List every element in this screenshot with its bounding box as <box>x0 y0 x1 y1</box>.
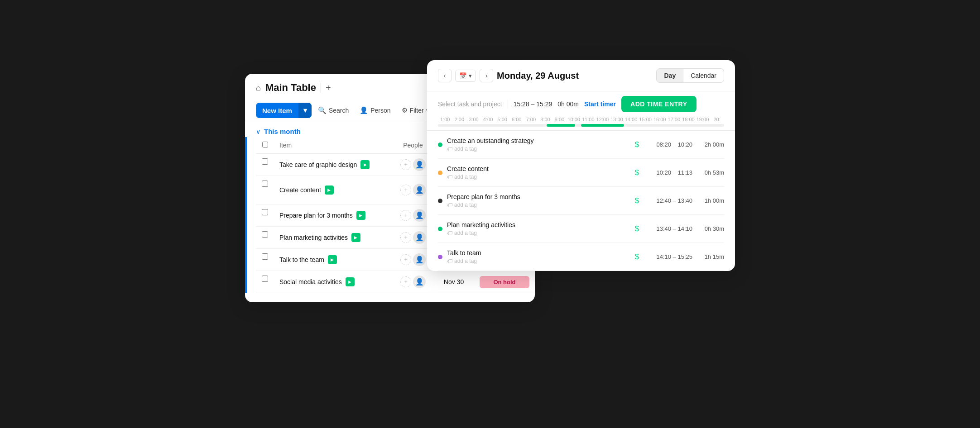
hour-label-12: 13:00 <box>610 117 624 122</box>
person-avatar-2: 👤 <box>413 209 426 222</box>
add-person-button-3[interactable]: + <box>400 232 411 243</box>
hour-label-0: 1:00 <box>438 117 452 122</box>
person-avatar-0: 👤 <box>413 158 426 171</box>
item-cell-1: Create content ▶ <box>274 176 393 204</box>
hour-label-16: 17:00 <box>667 117 682 122</box>
entry-dollar-3: $ <box>635 225 639 233</box>
prev-day-button[interactable]: ‹ <box>438 69 452 82</box>
start-timer-button[interactable]: Start timer <box>584 100 616 108</box>
next-day-button[interactable]: › <box>480 69 493 82</box>
tag-icon-4: 🏷 <box>447 258 452 264</box>
tag-icon-2: 🏷 <box>447 202 452 208</box>
hour-label-3: 4:00 <box>481 117 495 122</box>
current-duration: 0h 00m <box>557 100 579 108</box>
row-checkbox-4[interactable] <box>262 253 268 260</box>
tag-icon-3: 🏷 <box>447 230 452 236</box>
tag-label-4: add a tag <box>454 258 477 264</box>
date-title: Monday, 29 August <box>497 71 579 81</box>
entry-tag-1[interactable]: 🏷 add a tag <box>447 174 630 180</box>
add-person-button-4[interactable]: + <box>400 254 411 265</box>
new-item-dropdown-arrow[interactable]: ▾ <box>298 103 312 118</box>
search-button[interactable]: 🔍 Search <box>313 103 353 118</box>
calendar-chevron-icon: ▾ <box>469 72 472 79</box>
view-day-button[interactable]: Day <box>656 68 683 83</box>
new-item-label: New Item <box>256 103 298 118</box>
hour-label-8: 9:00 <box>552 117 567 122</box>
entry-dollar-0: $ <box>635 141 639 149</box>
item-cell-5: Social media activities ▶ <box>274 271 393 293</box>
entry-dot-3 <box>438 227 442 231</box>
add-time-entry-button[interactable]: ADD TIME ENTRY <box>621 96 696 112</box>
play-icon-2[interactable]: ▶ <box>356 211 365 220</box>
date-cell-5: Nov 30 <box>433 271 474 293</box>
tag-icon-1: 🏷 <box>447 174 452 180</box>
play-icon-3[interactable]: ▶ <box>351 233 360 242</box>
person-button[interactable]: 👤 Person <box>355 103 395 118</box>
item-name-0: Take care of graphic design <box>279 161 357 168</box>
add-person-button-1[interactable]: + <box>400 185 411 195</box>
hour-label-11: 12:00 <box>596 117 610 122</box>
search-icon: 🔍 <box>318 106 327 114</box>
select-all-checkbox[interactable] <box>262 142 268 147</box>
filter-label: Filter <box>410 107 424 114</box>
play-icon-4[interactable]: ▶ <box>328 255 337 264</box>
row-checkbox-cell[interactable] <box>256 249 274 264</box>
timeline-hours: 1:002:003:004:005:006:007:008:009:0010:0… <box>438 117 724 122</box>
select-task-text: Select task and project <box>438 100 502 108</box>
main-table-title: Main Table <box>265 82 316 94</box>
person-avatar-3: 👤 <box>413 231 426 244</box>
col-checkbox <box>256 137 274 154</box>
hour-label-19: 20: <box>710 117 724 122</box>
section-title: This month <box>264 128 301 135</box>
entry-duration-2: 1h 00m <box>697 197 724 204</box>
row-checkbox-cell[interactable] <box>256 204 274 220</box>
hour-label-10: 11:00 <box>581 117 596 122</box>
row-checkbox-0[interactable] <box>262 158 268 165</box>
right-header: ‹ 📅 ▾ › Monday, 29 August Day Calendar <box>427 60 735 91</box>
nav-controls: ‹ 📅 ▾ › Monday, 29 August <box>438 69 579 82</box>
add-table-button[interactable]: + <box>326 83 331 93</box>
entry-dot-0 <box>438 143 442 147</box>
entry-tag-0[interactable]: 🏷 add a tag <box>447 146 630 152</box>
entry-info-2: Prepare plan for 3 months 🏷 add a tag <box>447 193 630 208</box>
row-checkbox-2[interactable] <box>262 209 268 215</box>
add-person-button-2[interactable]: + <box>400 210 411 221</box>
home-icon: ⌂ <box>256 83 261 93</box>
entry-info-0: Create an outstanding strategy 🏷 add a t… <box>447 137 630 152</box>
row-checkbox-cell[interactable] <box>256 176 274 191</box>
calendar-icon: 📅 <box>459 72 467 79</box>
row-checkbox-cell[interactable] <box>256 271 274 286</box>
item-name-2: Prepare plan for 3 months <box>279 212 353 219</box>
add-person-button-5[interactable]: + <box>400 276 411 287</box>
play-icon-5[interactable]: ▶ <box>346 277 355 286</box>
entry-tag-2[interactable]: 🏷 add a tag <box>447 202 630 208</box>
row-checkbox-3[interactable] <box>262 231 268 238</box>
entry-time-range-1: 10:20 – 11:13 <box>647 169 692 176</box>
item-name-1: Create content <box>279 186 321 194</box>
filter-icon: ⚙ <box>402 106 408 114</box>
table-row: Social media activities ▶ + 👤 Nov 30 On … <box>256 271 535 293</box>
row-checkbox-5[interactable] <box>262 276 268 282</box>
play-icon-1[interactable]: ▶ <box>325 185 334 195</box>
row-checkbox-cell[interactable] <box>256 227 274 242</box>
new-item-button[interactable]: New Item ▾ <box>256 103 312 118</box>
entry-dot-1 <box>438 171 442 175</box>
entry-dollar-1: $ <box>635 169 639 177</box>
view-calendar-button[interactable]: Calendar <box>683 68 724 83</box>
add-person-button-0[interactable]: + <box>400 159 411 170</box>
row-checkbox-cell[interactable] <box>256 154 274 169</box>
right-panel: ‹ 📅 ▾ › Monday, 29 August Day Calendar S… <box>427 60 735 271</box>
entry-row: Talk to team 🏷 add a tag $ 14:10 – 15:25… <box>438 243 724 271</box>
timeline-segment-1 <box>547 124 575 127</box>
search-label: Search <box>329 107 349 114</box>
entry-dot-2 <box>438 199 442 203</box>
row-checkbox-1[interactable] <box>262 181 268 187</box>
entry-row: Create content 🏷 add a tag $ 10:20 – 11:… <box>438 159 724 187</box>
entry-tag-4[interactable]: 🏷 add a tag <box>447 258 630 264</box>
entry-tag-3[interactable]: 🏷 add a tag <box>447 230 630 236</box>
item-cell-4: Talk to the team ▶ <box>274 249 393 271</box>
hour-label-5: 6:00 <box>509 117 524 122</box>
calendar-picker-button[interactable]: 📅 ▾ <box>455 70 476 82</box>
play-icon-0[interactable]: ▶ <box>360 160 370 169</box>
entry-name-1: Create content <box>447 165 630 172</box>
